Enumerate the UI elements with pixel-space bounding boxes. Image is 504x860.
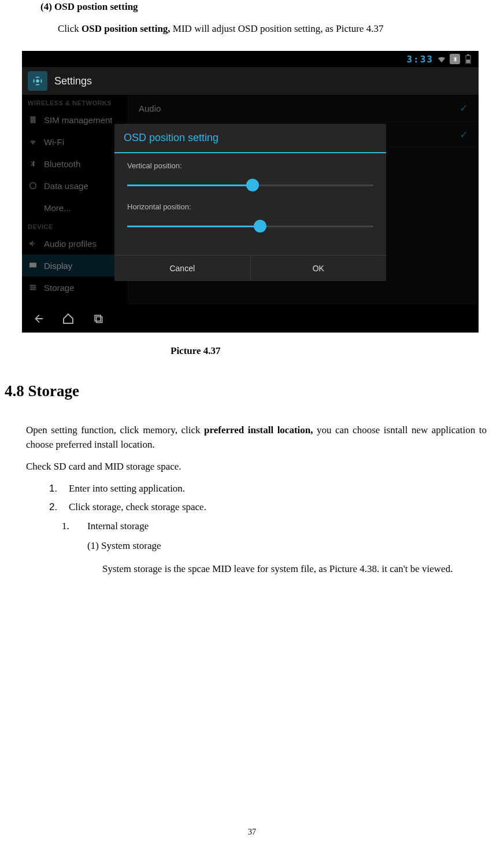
sidebar-item-label: Audio profiles	[44, 239, 97, 249]
sub-sub-body: System storage is the spcae MID leave fo…	[102, 562, 487, 577]
sidebar-item-sim[interactable]: SIM management	[22, 109, 128, 131]
action-bar-title: Settings	[54, 75, 92, 87]
svg-rect-3	[36, 77, 39, 78]
sidebar-item-label: Data usage	[44, 181, 88, 191]
svg-rect-15	[97, 317, 102, 323]
settings-sidebar: WIRELESS & NETWORKS SIM management Wi-Fi…	[22, 95, 128, 305]
sidebar-item-label: Bluetooth	[44, 159, 80, 169]
cancel-button[interactable]: Cancel	[114, 256, 251, 281]
content-row-audio[interactable]: Audio ✓	[128, 95, 479, 122]
sidebar-item-wifi[interactable]: Wi-Fi	[22, 131, 128, 153]
sub-sub-item: (1) System storage	[87, 538, 487, 553]
sidebar-item-label: Wi-Fi	[44, 137, 64, 147]
back-button[interactable]	[30, 311, 46, 327]
osd-dialog: OSD position setting Vertical position: …	[114, 124, 386, 281]
doc-item-heading: (4) OSD postion setting	[40, 1, 487, 13]
status-bar: 3:33	[22, 51, 479, 67]
storage-icon	[28, 282, 38, 293]
svg-point-7	[36, 79, 39, 83]
sidebar-item-label: Storage	[44, 283, 75, 293]
vertical-slider[interactable]	[127, 176, 373, 194]
content-row-label: Audio	[139, 104, 459, 113]
svg-rect-8	[30, 116, 35, 123]
clock: 3:33	[406, 54, 433, 65]
check-icon: ✓	[459, 102, 468, 115]
svg-point-9	[30, 183, 36, 189]
sidebar-section-wireless: WIRELESS & NETWORKS	[22, 95, 128, 109]
sidebar-item-data[interactable]: Data usage	[22, 175, 128, 197]
doc-click-para: Click OSD position setting, MID will adj…	[58, 23, 487, 35]
settings-screenshot: 3:33 Settings WIRELESS & NETWORKS SIM ma…	[22, 51, 479, 333]
ol-item-2: 2. Click storage, check storage space.	[49, 498, 487, 516]
ol-item-1: 1. Enter into setting application.	[49, 479, 487, 497]
svg-rect-5	[41, 79, 42, 83]
svg-rect-14	[95, 315, 101, 321]
navigation-bar	[22, 305, 479, 333]
horizontal-slider[interactable]	[127, 217, 373, 235]
svg-rect-4	[34, 79, 35, 83]
horizontal-slider-group: Horizontal position:	[127, 202, 373, 235]
wifi-menu-icon	[28, 136, 38, 147]
svg-rect-12	[30, 287, 36, 289]
sidebar-item-audio[interactable]: Audio profiles	[22, 232, 128, 254]
sidebar-item-more[interactable]: More...	[22, 197, 128, 219]
svg-rect-11	[30, 285, 36, 286]
data-usage-icon	[28, 180, 38, 191]
settings-app-icon	[28, 71, 47, 91]
sidebar-item-bluetooth[interactable]: Bluetooth	[22, 153, 128, 175]
picture-caption: Picture 4.37	[171, 345, 487, 357]
blank-icon	[28, 202, 38, 213]
sidebar-item-label: SIM management	[44, 115, 112, 125]
sidebar-item-storage[interactable]: Storage	[22, 276, 128, 298]
bluetooth-icon	[450, 54, 460, 64]
ok-button[interactable]: OK	[251, 256, 387, 281]
horizontal-slider-label: Horizontal position:	[127, 202, 373, 211]
bluetooth-menu-icon	[28, 158, 38, 169]
svg-rect-13	[30, 289, 36, 290]
vertical-slider-group: Vertical position:	[127, 161, 373, 194]
vertical-slider-label: Vertical position:	[127, 161, 373, 170]
battery-icon	[464, 54, 473, 64]
svg-rect-6	[36, 84, 39, 86]
section-body: Open setting function, click memory, cli…	[26, 423, 487, 577]
sidebar-item-display[interactable]: Display	[22, 254, 128, 276]
wifi-icon	[437, 54, 446, 64]
sidebar-item-label: Display	[44, 261, 72, 271]
section-heading: 4.8 Storage	[5, 382, 487, 400]
recents-button[interactable]	[90, 311, 106, 327]
sidebar-section-device: DEVICE	[22, 219, 128, 232]
dialog-title: OSD position setting	[114, 124, 386, 153]
sub-ol-item-1: 1. Internal storage	[62, 517, 487, 535]
sidebar-item-label: More...	[44, 203, 71, 213]
slider-thumb[interactable]	[254, 220, 266, 232]
svg-rect-10	[29, 263, 36, 267]
sim-icon	[28, 115, 38, 125]
check-icon: ✓	[459, 128, 468, 141]
audio-icon	[28, 238, 38, 249]
para-preferred-location: Open setting function, click memory, cli…	[26, 423, 487, 452]
slider-thumb[interactable]	[246, 179, 259, 191]
display-icon	[28, 260, 38, 271]
home-button[interactable]	[60, 311, 76, 327]
para-check-sd: Check SD card and MID storage space.	[26, 460, 487, 474]
page-number: 37	[248, 828, 256, 837]
svg-rect-2	[466, 60, 470, 63]
action-bar: Settings	[22, 67, 479, 95]
dialog-buttons: Cancel OK	[114, 255, 386, 281]
